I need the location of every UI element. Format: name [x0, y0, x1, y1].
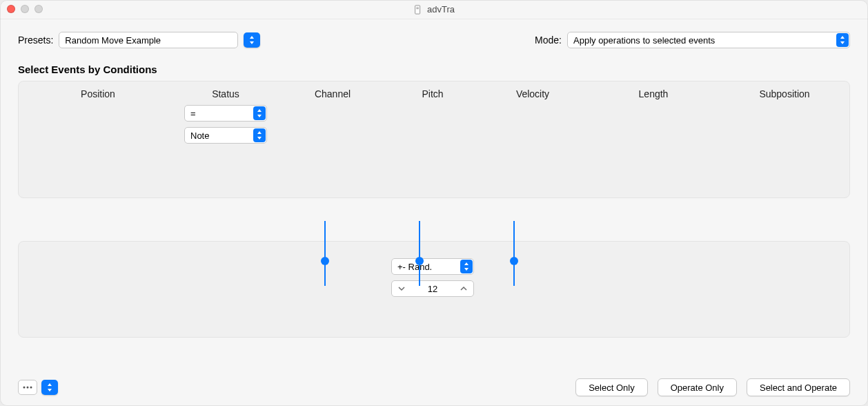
- chevron-up-icon[interactable]: [458, 281, 469, 296]
- minimize-window-button[interactable]: [21, 5, 29, 13]
- titlebar: advTra: [0, 0, 868, 19]
- bottom-left-controls: [18, 380, 58, 395]
- header-channel: Channel: [281, 88, 384, 99]
- status-value-select[interactable]: Note: [184, 127, 267, 144]
- select-only-label: Select Only: [589, 383, 634, 393]
- cond-position-cell-2: [26, 127, 170, 144]
- presets-group: Presets:: [18, 32, 260, 48]
- status-comparator-select[interactable]: =: [184, 105, 267, 122]
- column-divider-channel[interactable]: [321, 221, 322, 286]
- zoom-window-button[interactable]: [34, 5, 43, 13]
- svg-rect-2: [416, 8, 419, 9]
- header-pitch: Pitch: [384, 88, 481, 99]
- divider-line: [324, 221, 326, 286]
- mode-label: Mode:: [535, 35, 562, 46]
- status-comparator-value: =: [190, 108, 196, 119]
- divider-thumb[interactable]: [321, 257, 329, 265]
- operations-rows: +- Rand. 12: [26, 258, 842, 297]
- bottom-right-buttons: Select Only Operate Only Select and Oper…: [575, 378, 850, 396]
- preset-name-input[interactable]: [59, 32, 238, 48]
- window-title-group: advTra: [413, 4, 455, 14]
- cond-velocity-cell: [481, 105, 584, 122]
- top-controls: Presets: Mode: Apply operations to selec…: [18, 32, 850, 48]
- window: advTra Presets: Mode: Apply operations t…: [0, 0, 868, 406]
- options-button[interactable]: [18, 380, 37, 395]
- svg-point-5: [30, 387, 32, 389]
- window-title: advTra: [427, 4, 455, 14]
- conditions-rows: = Note: [26, 105, 842, 144]
- divider-line: [419, 221, 420, 286]
- header-velocity: Velocity: [481, 88, 584, 99]
- bottom-row: Select Only Operate Only Select and Oper…: [18, 378, 850, 396]
- divider-thumb[interactable]: [510, 257, 518, 265]
- dropdown-toggle-icon: [836, 33, 849, 47]
- conditions-headers: Position Status Channel Pitch Velocity L…: [26, 88, 842, 99]
- doc-icon: [413, 5, 423, 14]
- svg-point-3: [23, 387, 26, 389]
- chevron-down-icon[interactable]: [396, 281, 407, 296]
- close-window-button[interactable]: [7, 5, 15, 13]
- window-controls: [7, 5, 43, 13]
- cond-pitch-cell: [384, 105, 481, 122]
- status-value-text: Note: [190, 130, 209, 141]
- cond-subposition-cell: [722, 105, 847, 122]
- mode-select[interactable]: Apply operations to selected events: [567, 32, 850, 48]
- conditions-section-title: Select Events by Conditions: [18, 64, 850, 75]
- pitch-operation-select[interactable]: +- Rand.: [391, 258, 474, 275]
- conditions-panel: Position Status Channel Pitch Velocity L…: [18, 81, 850, 198]
- mode-group: Mode: Apply operations to selected event…: [535, 32, 850, 48]
- operate-only-label: Operate Only: [671, 383, 724, 393]
- dropdown-toggle-icon: [253, 128, 266, 142]
- header-subposition: Subposition: [722, 88, 847, 99]
- operations-panel: +- Rand. 12: [18, 241, 850, 338]
- operate-only-button[interactable]: Operate Only: [658, 378, 737, 396]
- dropdown-toggle-icon: [253, 106, 266, 120]
- options-menu-button[interactable]: [41, 380, 58, 395]
- presets-label: Presets:: [18, 35, 53, 46]
- header-length: Length: [584, 88, 722, 99]
- mid-gap: [18, 198, 850, 241]
- header-status: Status: [170, 88, 281, 99]
- select-and-operate-button[interactable]: Select and Operate: [747, 378, 850, 396]
- divider-thumb[interactable]: [415, 257, 424, 265]
- cond-channel-cell: [281, 105, 384, 122]
- svg-rect-0: [415, 5, 420, 13]
- svg-rect-1: [416, 7, 419, 8]
- cond-length-cell: [584, 105, 722, 122]
- content-area: Presets: Mode: Apply operations to selec…: [0, 19, 868, 406]
- preset-menu-button[interactable]: [244, 32, 260, 48]
- divider-line: [513, 221, 515, 286]
- column-divider-velocity[interactable]: [510, 221, 511, 286]
- mode-select-value: Apply operations to selected events: [573, 35, 715, 46]
- dropdown-toggle-icon: [460, 260, 473, 273]
- header-position: Position: [26, 88, 170, 99]
- column-divider-pitch[interactable]: [415, 221, 417, 286]
- select-only-button[interactable]: Select Only: [575, 378, 647, 396]
- svg-point-4: [27, 387, 29, 389]
- select-and-operate-label: Select and Operate: [760, 383, 837, 393]
- pitch-value-stepper[interactable]: 12: [391, 280, 474, 297]
- cond-position-cell: [26, 105, 170, 122]
